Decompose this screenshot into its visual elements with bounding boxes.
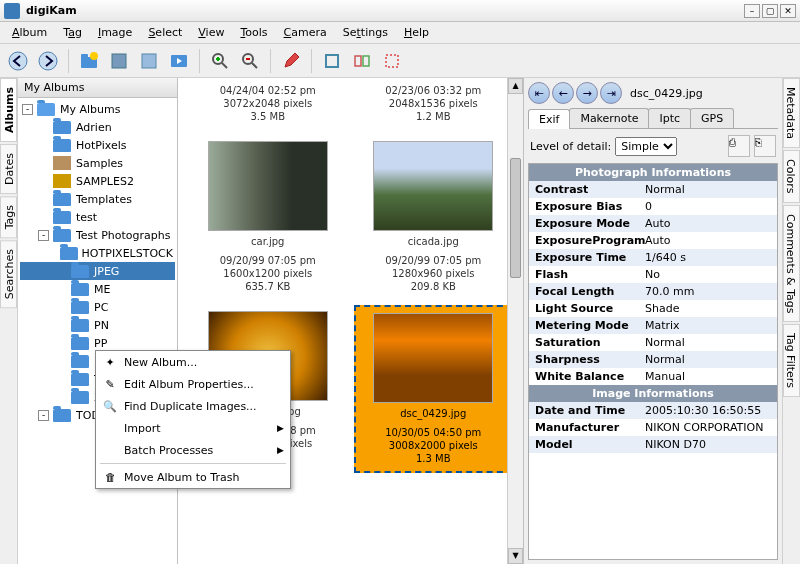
- tab-dates[interactable]: Dates: [0, 144, 17, 194]
- tree-root[interactable]: -My Albums: [20, 100, 175, 118]
- sidebar-header: My Albums: [18, 78, 177, 98]
- thumbs-scrollbar[interactable]: ▲ ▼: [507, 78, 523, 564]
- back-button[interactable]: [4, 47, 32, 75]
- svg-rect-6: [142, 54, 156, 68]
- svg-line-10: [222, 63, 227, 68]
- print-icon[interactable]: ⎙: [728, 135, 750, 157]
- tab-gps[interactable]: GPS: [690, 108, 734, 128]
- slideshow-button[interactable]: [165, 47, 193, 75]
- tab-comments-tags[interactable]: Comments & Tags: [783, 205, 800, 323]
- nav-prev-button[interactable]: ←: [552, 82, 574, 104]
- thumbnail-view: 04/24/04 02:52 pm3072x2048 pixels3.5 MB0…: [178, 78, 524, 564]
- menu-camera[interactable]: Camera: [276, 24, 335, 41]
- window-title: digiKam: [26, 4, 742, 17]
- svg-rect-17: [355, 56, 361, 66]
- view-button[interactable]: [135, 47, 163, 75]
- context-menu-item[interactable]: 🗑Move Album to Trash: [96, 466, 290, 488]
- prop-section-header: Image Informations: [529, 385, 777, 402]
- forward-button[interactable]: [34, 47, 62, 75]
- maximize-button[interactable]: ▢: [762, 4, 778, 18]
- svg-rect-5: [112, 54, 126, 68]
- tab-colors[interactable]: Colors: [783, 150, 800, 202]
- minimize-button[interactable]: –: [744, 4, 760, 18]
- tree-item[interactable]: ME: [20, 280, 175, 298]
- svg-rect-16: [326, 55, 338, 67]
- context-menu-item[interactable]: Import▶: [96, 417, 290, 439]
- lighttable-button[interactable]: [348, 47, 376, 75]
- tree-item[interactable]: SAMPLES2: [20, 172, 175, 190]
- tree-item[interactable]: HOTPIXELSTOCK: [20, 244, 175, 262]
- menu-tag[interactable]: Tag: [55, 24, 90, 41]
- prop-row: ExposureProgramAuto: [529, 232, 777, 249]
- prop-row: White BalanceManual: [529, 368, 777, 385]
- albums-sidebar: My Albums -My AlbumsAdrienHotPixelsSampl…: [18, 78, 178, 564]
- menu-settings[interactable]: Settings: [335, 24, 396, 41]
- menu-image[interactable]: Image: [90, 24, 140, 41]
- thumbnail-cell[interactable]: cicada.jpg09/20/99 07:05 pm1280x960 pixe…: [354, 135, 514, 299]
- svg-point-4: [90, 52, 98, 60]
- titlebar: digiKam – ▢ ✕: [0, 0, 800, 22]
- album-context-menu: ✦New Album...✎Edit Album Properties...🔍F…: [95, 350, 291, 489]
- prop-row: Exposure Time1/640 s: [529, 249, 777, 266]
- nav-first-button[interactable]: ⇤: [528, 82, 550, 104]
- nav-next-button[interactable]: →: [576, 82, 598, 104]
- tab-metadata[interactable]: Metadata: [783, 78, 800, 148]
- new-album-button[interactable]: [75, 47, 103, 75]
- nav-last-button[interactable]: ⇥: [600, 82, 622, 104]
- prop-row: Light SourceShade: [529, 300, 777, 317]
- tab-exif[interactable]: Exif: [528, 109, 570, 129]
- context-menu-item[interactable]: Batch Processes▶: [96, 439, 290, 461]
- image-edit-button[interactable]: [277, 47, 305, 75]
- thumbnail-cell[interactable]: 04/24/04 02:52 pm3072x2048 pixels3.5 MB: [188, 78, 348, 129]
- tree-item[interactable]: PC: [20, 298, 175, 316]
- tree-item[interactable]: Templates: [20, 190, 175, 208]
- menu-album[interactable]: Album: [4, 24, 55, 41]
- exif-table: Photograph InformationsContrastNormalExp…: [528, 163, 778, 560]
- scrollbar-thumb[interactable]: [510, 158, 521, 278]
- context-menu-item[interactable]: ✦New Album...: [96, 351, 290, 373]
- tab-iptc[interactable]: Iptc: [648, 108, 691, 128]
- prop-row: Focal Length70.0 mm: [529, 283, 777, 300]
- close-button[interactable]: ✕: [780, 4, 796, 18]
- menu-view[interactable]: View: [190, 24, 232, 41]
- tree-item[interactable]: PN: [20, 316, 175, 334]
- detail-select[interactable]: Simple: [615, 137, 677, 156]
- prop-row: ManufacturerNIKON CORPORATION: [529, 419, 777, 436]
- context-menu-item[interactable]: 🔍Find Duplicate Images...: [96, 395, 290, 417]
- tab-tags[interactable]: Tags: [0, 196, 17, 238]
- thumbnail-cell[interactable]: car.jpg09/20/99 07:05 pm1600x1200 pixels…: [188, 135, 348, 299]
- tree-item[interactable]: Adrien: [20, 118, 175, 136]
- thumbnail-cell[interactable]: 02/23/06 03:32 pm2048x1536 pixels1.2 MB: [354, 78, 514, 129]
- prop-section-header: Photograph Informations: [529, 164, 777, 181]
- tab-searches[interactable]: Searches: [0, 240, 17, 308]
- tab-tag-filters[interactable]: Tag Filters: [783, 324, 800, 397]
- copy-icon[interactable]: ⎘: [754, 135, 776, 157]
- metadata-tabs: Exif Makernote Iptc GPS: [528, 108, 778, 129]
- tree-item[interactable]: test: [20, 208, 175, 226]
- scroll-up-button[interactable]: ▲: [508, 78, 523, 94]
- zoom-out-button[interactable]: [236, 47, 264, 75]
- prop-row: Metering ModeMatrix: [529, 317, 777, 334]
- svg-rect-18: [363, 56, 369, 66]
- tree-item[interactable]: -Test Photographs: [20, 226, 175, 244]
- tree-item[interactable]: JPEG: [20, 262, 175, 280]
- tree-item[interactable]: Samples: [20, 154, 175, 172]
- prop-row: Exposure Bias0: [529, 198, 777, 215]
- tree-item[interactable]: HotPixels: [20, 136, 175, 154]
- tab-albums[interactable]: Albums: [0, 78, 17, 142]
- selection-button[interactable]: [378, 47, 406, 75]
- scroll-down-button[interactable]: ▼: [508, 548, 523, 564]
- svg-rect-3: [81, 54, 88, 58]
- prop-row: ContrastNormal: [529, 181, 777, 198]
- current-filename: dsc_0429.jpg: [630, 87, 703, 100]
- zoom-in-button[interactable]: [206, 47, 234, 75]
- context-menu-item[interactable]: ✎Edit Album Properties...: [96, 373, 290, 395]
- menu-select[interactable]: Select: [140, 24, 190, 41]
- thumbnail-cell[interactable]: dsc_0429.jpg10/30/05 04:50 pm3008x2000 p…: [354, 305, 514, 473]
- menu-help[interactable]: Help: [396, 24, 437, 41]
- svg-point-1: [39, 52, 57, 70]
- fullscreen-button[interactable]: [318, 47, 346, 75]
- edit-button[interactable]: [105, 47, 133, 75]
- menu-tools[interactable]: Tools: [232, 24, 275, 41]
- tab-makernote[interactable]: Makernote: [569, 108, 649, 128]
